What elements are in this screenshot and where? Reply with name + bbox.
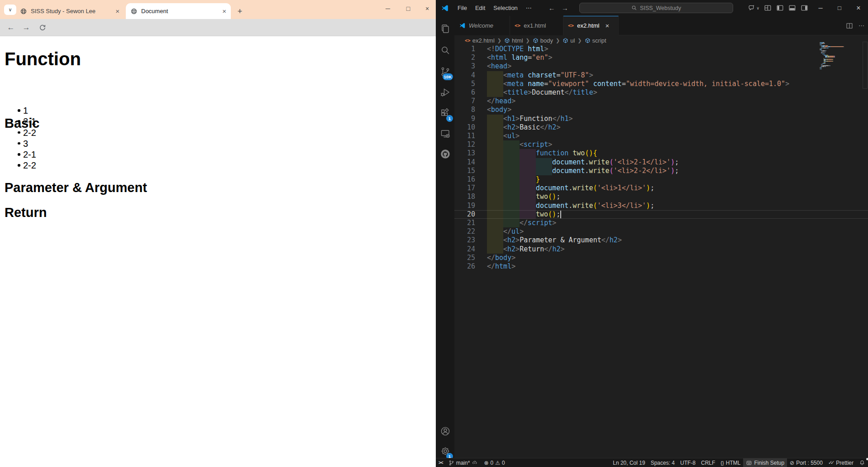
search-icon[interactable]	[436, 41, 454, 59]
prettier-item[interactable]: ✓✓ Prettier	[825, 458, 856, 467]
notifications-bell[interactable]	[856, 458, 868, 467]
code-line[interactable]: 14document.write('<li>2-1</li>');	[454, 158, 868, 167]
code-line[interactable]: 13function two(){	[454, 149, 868, 158]
explorer-icon[interactable]	[436, 19, 454, 38]
code-line[interactable]: 11<ul>	[454, 132, 868, 140]
browser-close-button[interactable]: ×	[419, 0, 436, 17]
code-line[interactable]: 26</html>	[454, 262, 868, 271]
breadcrumb-item-script[interactable]: script	[585, 37, 606, 44]
code-line[interactable]: 4<meta charset="UTF-8">	[454, 71, 868, 80]
globe-favicon	[20, 8, 27, 15]
editor-tab-welcome[interactable]: Welcome	[454, 16, 510, 35]
code-line[interactable]: 5<meta name="viewport" content="width=de…	[454, 80, 868, 88]
indentation-item[interactable]: Spaces: 4	[648, 458, 677, 467]
breadcrumb-separator: ❯	[577, 38, 582, 43]
code-line[interactable]: 21</script>	[454, 219, 868, 227]
code-line[interactable]: 1<!DOCTYPE html>	[454, 45, 868, 53]
browser-minimize-button[interactable]: ─	[379, 0, 396, 17]
vscode-close-button[interactable]: ×	[849, 0, 868, 16]
code-line[interactable]: 16}	[454, 175, 868, 184]
code-line[interactable]: 10<h2>Basic</h2>	[454, 123, 868, 132]
remote-explorer-icon[interactable]	[436, 124, 454, 143]
code-line[interactable]: 8<body>	[454, 106, 868, 114]
tab-close-icon[interactable]: ×	[222, 8, 226, 14]
code-line[interactable]: 15document.write('<li>2-2</li>');	[454, 167, 868, 175]
code-line[interactable]: 20two();	[454, 210, 868, 219]
split-editor-icon[interactable]	[846, 22, 853, 29]
back-button[interactable]: ←	[5, 21, 17, 34]
code-line[interactable]: 19document.write('<li>3</li>');	[454, 202, 868, 210]
menu-selection[interactable]: Selection	[489, 3, 521, 13]
code-editor[interactable]: 1<!DOCTYPE html>2<html lang="en">3<head>…	[454, 45, 868, 298]
encoding-item[interactable]: UTF-8	[677, 458, 698, 467]
language-mode-item[interactable]: {} HTML	[718, 458, 743, 467]
code-line[interactable]: 25</body>	[454, 254, 868, 262]
new-tab-button[interactable]: +	[234, 5, 246, 17]
line-number: 12	[454, 140, 475, 149]
toggle-secondary-sidebar-icon[interactable]	[801, 4, 808, 12]
breadcrumb-item-ul[interactable]: ul	[563, 37, 575, 44]
breadcrumb-item-html[interactable]: html	[504, 37, 523, 44]
code-line[interactable]: 9<h1>Function</h1>	[454, 115, 868, 123]
line-number: 15	[454, 167, 475, 175]
forward-button[interactable]: →	[20, 21, 33, 34]
code-line[interactable]: 3<head>	[454, 62, 868, 71]
vscode-maximize-button[interactable]: □	[830, 0, 849, 16]
menu-edit[interactable]: Edit	[471, 3, 489, 13]
code-line[interactable]: 12<script>	[454, 140, 868, 149]
browser-tab[interactable]: SISS Study - Sewon Lee×	[15, 3, 124, 19]
finish-setup-item[interactable]: Finish Setup	[743, 458, 787, 467]
breadcrumb-item-body[interactable]: body	[533, 37, 553, 44]
git-branch-item[interactable]: main*	[446, 458, 482, 467]
github-icon[interactable]	[436, 144, 454, 163]
nav-forward-icon[interactable]: →	[562, 4, 568, 12]
editor-more-actions-icon[interactable]: ⋯	[858, 22, 864, 29]
tab-search-button[interactable]: ∨	[4, 5, 16, 15]
vscode-title-bar: FileEditSelection⋯ ← → SISS_Webstudy ∨	[436, 0, 868, 16]
accounts-icon[interactable]	[436, 422, 454, 440]
code-line[interactable]: 17document.write('<li>1</li>');	[454, 184, 868, 193]
code-line[interactable]: 2<html lang="en">	[454, 53, 868, 62]
cursor-position-item[interactable]: Ln 20, Col 19	[610, 458, 648, 467]
copilot-button[interactable]: ∨	[748, 4, 759, 12]
indent-guide	[520, 210, 536, 219]
reload-button[interactable]	[36, 21, 49, 34]
minimap-line	[828, 48, 829, 48]
code-line[interactable]: 22</ul>	[454, 227, 868, 236]
tab-close-icon[interactable]: ×	[605, 22, 609, 29]
breadcrumb[interactable]: <>ex2.html❯html❯body❯ul❯script	[465, 35, 606, 45]
toggle-sidebar-icon[interactable]	[776, 4, 784, 12]
browser-maximize-button[interactable]: □	[400, 0, 417, 17]
indent-guide	[520, 167, 536, 175]
editor-tab-ex2.html[interactable]: <>ex2.html×	[563, 16, 619, 35]
code-line[interactable]: 7</head>	[454, 97, 868, 106]
editor-tab-ex1.html[interactable]: <>ex1.html	[510, 16, 563, 35]
settings-gear-icon[interactable]: 1	[436, 442, 454, 460]
nav-back-icon[interactable]: ←	[548, 4, 555, 12]
problems-item[interactable]: ⊗ 0 ⚠ 0	[481, 458, 507, 467]
vscode-minimize-button[interactable]: ─	[811, 0, 830, 16]
eol-item[interactable]: CRLF	[698, 458, 718, 467]
code-line[interactable]: 24<h2>Return</h2>	[454, 245, 868, 254]
minimap[interactable]	[820, 42, 856, 96]
browser-tab[interactable]: Document×	[126, 3, 231, 19]
menu-file[interactable]: File	[453, 3, 471, 13]
breadcrumb-item-ex2html[interactable]: <>ex2.html	[465, 37, 495, 44]
editor-scrollbar[interactable]	[863, 42, 868, 89]
port-item[interactable]: ⊘ Port : 5500	[787, 458, 825, 467]
run-debug-icon[interactable]	[436, 83, 454, 101]
line-number: 25	[454, 254, 475, 262]
toggle-panel-icon[interactable]	[788, 4, 796, 12]
menu-more[interactable]: ⋯	[522, 3, 536, 13]
code-text: <h1>Function</h1>	[503, 115, 573, 123]
remote-indicator[interactable]: ><	[436, 458, 446, 467]
code-line[interactable]: 18two();	[454, 193, 868, 201]
extensions-icon[interactable]: 1	[436, 104, 454, 122]
code-line[interactable]: 6<title>Document</title>	[454, 88, 868, 97]
source-control-icon[interactable]: 10K	[436, 62, 454, 81]
customize-layout-icon[interactable]	[764, 4, 772, 12]
tab-close-icon[interactable]: ×	[115, 8, 119, 14]
command-center-search[interactable]: SISS_Webstudy	[579, 3, 733, 13]
code-line[interactable]: 23<h2>Parameter & Argument</h2>	[454, 236, 868, 245]
indent-guide	[536, 158, 552, 167]
